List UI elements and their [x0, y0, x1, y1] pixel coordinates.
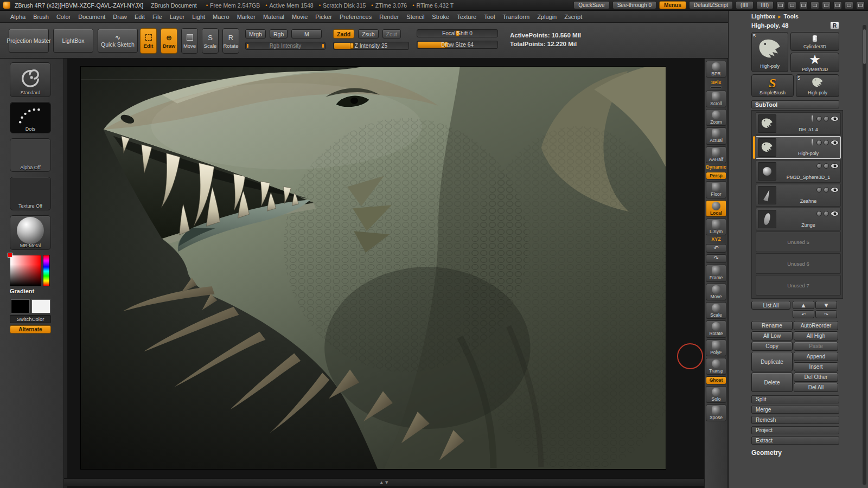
menu-stencil[interactable]: Stencil [403, 12, 428, 21]
tablet-pressure-right-button[interactable]: IIII) [756, 1, 774, 9]
z-intensity-slider[interactable]: Z Intensity25 [333, 42, 409, 50]
floor-button[interactable]: Floor [706, 181, 726, 198]
subtool-up-button[interactable]: ▲ [793, 301, 814, 309]
menu-picker[interactable]: Picker [311, 12, 336, 21]
insert-button[interactable]: Insert [794, 362, 838, 371]
polypaint-icon[interactable] [810, 139, 815, 146]
menu-tool[interactable]: Tool [480, 12, 499, 21]
delete-button[interactable]: Delete [751, 373, 793, 392]
list-all-button[interactable]: List All [751, 301, 790, 310]
quick-sketch-button[interactable]: ∿Quick Sketch [98, 29, 138, 53]
tablet-pressure-left-button[interactable]: (IIII [736, 1, 753, 9]
move-button[interactable]: Move [181, 28, 198, 54]
switchcolor-button[interactable]: SwitchColor [10, 315, 51, 323]
menu-file[interactable]: File [149, 12, 166, 21]
toggle-icon[interactable] [816, 211, 822, 216]
lsym-button[interactable]: L.Sym [706, 219, 726, 235]
divider-left-icon[interactable] [845, 2, 853, 9]
defaultzscript-button[interactable]: DefaultZScript [689, 1, 733, 9]
zoom-button[interactable]: Zoom [706, 109, 726, 126]
divider-right-icon[interactable] [856, 2, 865, 9]
menu-edit[interactable]: Edit [131, 12, 149, 21]
split-section-bar[interactable]: Split [751, 395, 839, 403]
polypaint-icon[interactable] [810, 115, 815, 122]
menu-marker[interactable]: Marker [233, 12, 259, 21]
menu-render[interactable]: Render [375, 12, 403, 21]
edit-button[interactable]: Edit [140, 28, 157, 54]
transp-button[interactable]: Transp [706, 358, 726, 375]
menu-document[interactable]: Document [74, 12, 109, 21]
layout-split-icon[interactable] [788, 2, 796, 9]
subtool-row-unused-7[interactable]: Unused 7 [756, 275, 841, 296]
zcut-button[interactable]: Zcut [382, 29, 401, 38]
xyz-button[interactable]: XYZ [706, 237, 726, 242]
color-picker-widget[interactable]: Gradient [10, 255, 63, 294]
menu-light[interactable]: Light [188, 12, 209, 21]
lock-icon[interactable] [810, 2, 819, 9]
toggle-icon[interactable] [816, 116, 822, 121]
merge-section-bar[interactable]: Merge [751, 406, 839, 414]
menu-stroke[interactable]: Stroke [428, 12, 453, 21]
scroll-button[interactable]: Scroll [706, 91, 726, 107]
toggle-icon[interactable] [816, 163, 822, 169]
lightbox-header-button[interactable]: Lightbox [751, 13, 775, 20]
mrgb-button[interactable]: Mrgb [245, 29, 266, 38]
visibility-eye-icon[interactable] [831, 163, 839, 169]
subtool-row-zeahne[interactable]: Zeahne [756, 184, 841, 207]
geometry-section-header[interactable]: Geometry [751, 449, 868, 457]
canvas-viewport[interactable]: ▲ ▼ [64, 59, 704, 488]
visibility-eye-icon[interactable] [831, 140, 839, 145]
toggle-icon[interactable] [824, 187, 829, 192]
project-section-bar[interactable]: Project [751, 426, 839, 434]
toggle-icon[interactable] [824, 140, 829, 145]
visibility-eye-icon[interactable] [831, 187, 839, 192]
aahalf-button[interactable]: AAHalf [706, 146, 726, 163]
spin-left-button[interactable]: ↶ [706, 244, 726, 253]
append-button[interactable]: Append [794, 352, 838, 361]
menu-color[interactable]: Color [53, 12, 74, 21]
current-alpha-widget[interactable]: Alpha Off [10, 138, 63, 172]
paste-button[interactable]: Paste [794, 342, 838, 351]
menu-movie[interactable]: Movie [288, 12, 311, 21]
panel-scrollbar[interactable] [863, 25, 866, 485]
toggle-icon[interactable] [824, 211, 829, 216]
spix-slider[interactable]: SPix [706, 79, 726, 88]
dragon-sculpt-render[interactable] [81, 67, 666, 469]
rotate-3d-button[interactable]: Rotate [706, 320, 726, 337]
menu-zplugin[interactable]: Zplugin [533, 12, 560, 21]
canvas-horizontal-scrollbar[interactable]: ▲ ▼ [64, 478, 704, 486]
rename-button[interactable]: Rename [751, 321, 793, 330]
current-material-widget[interactable]: MB-Metal [10, 215, 63, 250]
tool-thumb-polymesh3d[interactable]: ★ PolyMesh3D [790, 53, 839, 72]
persp-button[interactable]: Persp [706, 172, 726, 179]
toggle-icon[interactable] [824, 163, 829, 169]
draw-button[interactable]: ⊕Draw [161, 28, 177, 54]
frame-button[interactable]: Frame [706, 265, 726, 281]
dynamic-persp-toggle[interactable]: Dynamic [706, 165, 726, 170]
bpr-button[interactable]: BPR [706, 61, 726, 78]
menu-transform[interactable]: Transform [499, 12, 533, 21]
current-brush-widget[interactable]: Standard [10, 62, 63, 97]
menu-material[interactable]: Material [259, 12, 288, 21]
current-stroke-widget[interactable]: Dots [10, 102, 63, 133]
alternate-button[interactable]: Alternate [10, 325, 51, 333]
subtool-row-dh-a1[interactable]: DH_a1 4 [756, 112, 841, 135]
hue-strip[interactable] [43, 255, 50, 286]
gradient-label[interactable]: Gradient [10, 288, 63, 294]
tool-thumb-current-highpoly[interactable]: 5 High-poly [751, 32, 788, 72]
scale-button[interactable]: SScale [202, 28, 219, 54]
subtool-move-up-button[interactable]: ↶ [793, 310, 814, 318]
toggle-icon[interactable] [824, 116, 829, 121]
canvas-left-scrollbar[interactable] [64, 59, 67, 488]
visibility-eye-icon[interactable] [831, 116, 839, 121]
menu-draw[interactable]: Draw [109, 12, 131, 21]
menu-layer[interactable]: Layer [166, 12, 189, 21]
tool-thumb-simplebrush[interactable]: S SimpleBrush [751, 74, 794, 97]
see-through-slider[interactable]: See-through 0 [612, 1, 656, 9]
tools-header-button[interactable]: Tools [784, 13, 799, 20]
polyframe-button[interactable]: PolyF [706, 339, 726, 356]
focal-shift-slider[interactable]: Focal Shift0 [417, 29, 498, 37]
toggle-icon[interactable] [816, 140, 822, 145]
solo-button[interactable]: Solo [706, 386, 726, 403]
rgb-button[interactable]: Rgb [270, 29, 288, 38]
